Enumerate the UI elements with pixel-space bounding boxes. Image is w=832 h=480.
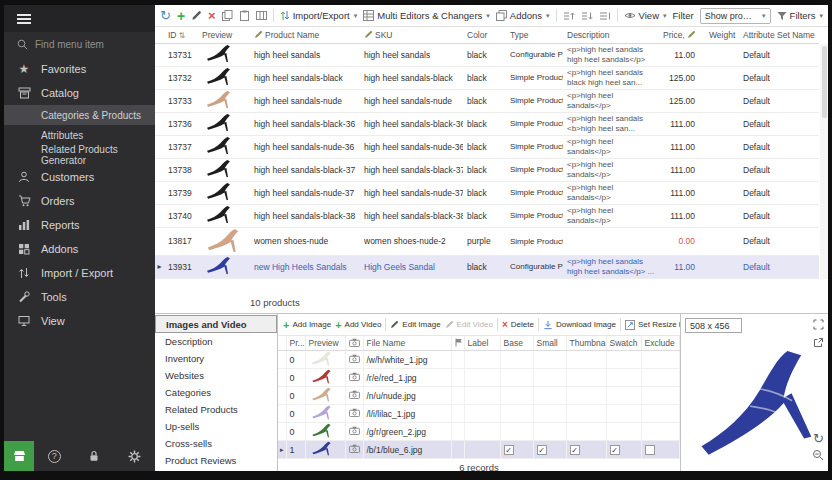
tab-description[interactable]: Description [155,333,277,350]
help-button[interactable]: ? [34,441,74,471]
swatch-checkbox[interactable]: ✓ [610,445,620,455]
sort-asc-icon[interactable] [563,11,575,21]
product-row-13733[interactable]: 13733high heel sandals-nudehigh heel san… [155,89,819,112]
image-row[interactable]: 0/n/u/nude.jpg [278,387,680,405]
add-product-icon[interactable]: + [177,9,185,23]
image-size-field[interactable]: 508 x 456 [685,318,742,333]
tab-websites[interactable]: Websites [155,367,277,384]
paste-icon[interactable] [239,10,250,21]
tab-categories[interactable]: Categories [155,384,277,401]
column-header-sku[interactable]: SKU [360,27,463,43]
image-row[interactable]: 0/g/r/green_2.jpg [278,423,680,441]
set-resize-rule-button[interactable]: Set Resize Rule [625,320,680,330]
add-video-button[interactable]: +Add Video [335,319,381,331]
image-row[interactable]: 0/r/e/red_1.jpg [278,369,680,387]
grid-scrollbar[interactable] [820,44,828,279]
column-header-type[interactable]: Type [506,27,563,43]
image-row[interactable]: ▸1/b/1/blue_6.jpg✓✓✓✓ [278,441,680,459]
lock-button[interactable] [74,441,114,471]
tab-images-and-video[interactable]: Images and Video [155,315,277,333]
tab-related-products[interactable]: Related Products [155,401,277,418]
sidebar-item-orders[interactable]: Orders [4,189,155,213]
sidebar-item-customers[interactable]: Customers [4,165,155,189]
addons-icon [17,243,31,255]
menu-icon[interactable] [17,12,31,26]
delete-image-button[interactable]: ×Delete [502,319,534,330]
product-row-13738[interactable]: 13738high heel sandals-black-37high heel… [155,158,819,181]
column-header-color[interactable]: Color [463,27,506,43]
zoom-out-icon[interactable] [812,448,824,464]
sidebar-item-attributes[interactable]: Attributes [4,125,155,145]
expand-rows-icon[interactable] [599,11,611,21]
store-button[interactable] [4,441,34,471]
sidebar-item-catalog[interactable]: Catalog [4,81,155,105]
download-image-button[interactable]: Download Image [543,320,616,330]
view-menu[interactable]: View▾ [624,10,667,21]
product-row-13731[interactable]: 13731high heel sandalshigh heel sandalsb… [155,43,819,66]
column-header-price[interactable]: Price, [659,27,705,43]
import-export-menu[interactable]: Import/Export▾ [280,10,358,21]
base-checkbox[interactable]: ✓ [504,445,514,455]
thumbnail-checkbox[interactable]: ✓ [570,445,580,455]
delete-product-icon[interactable]: × [208,9,216,22]
product-row-13736[interactable]: 13736high heel sandals-black-36high heel… [155,112,819,135]
columns-icon[interactable] [256,10,267,21]
column-file-name[interactable]: File Name [363,336,451,351]
sidebar-item-favorites[interactable]: ★ Favorites [4,57,155,81]
settings-button[interactable] [115,441,155,471]
menu-search-input[interactable] [35,39,142,50]
column-header-preview[interactable]: Preview [198,27,250,43]
tab-product-reviews[interactable]: Product Reviews [155,452,277,469]
tab-cross-sells[interactable]: Cross-sells [155,435,277,452]
fullscreen-icon[interactable] [813,317,824,333]
image-row[interactable]: 0/w/h/white_1.jpg [278,351,680,369]
sidebar-item-tools[interactable]: Tools [4,285,155,309]
sidebar-item-reports[interactable]: Reports [4,213,155,237]
product-row-13931[interactable]: ▸13931new High Heels SandalsHigh Geels S… [155,255,819,278]
edit-product-icon[interactable] [191,10,202,21]
column-header-id[interactable]: ID⇅ [164,27,198,43]
sidebar-item-categories-and-products[interactable]: Categories & Products [4,105,155,125]
category-filter-select[interactable]: Show products from selected categories ▾ [700,8,771,24]
sidebar-item-addons[interactable]: Addons [4,237,155,261]
sidebar-item-view[interactable]: View [4,309,155,333]
small-checkbox[interactable]: ✓ [537,445,547,455]
open-in-new-icon[interactable] [813,335,824,351]
product-row-13817[interactable]: 13817women shoes-nudewomen shoes-nude-2p… [155,227,819,255]
edit-image-button[interactable]: Edit Image [390,320,440,329]
column-position[interactable]: Pr... [286,336,305,351]
column-swatch[interactable]: Swatch [606,336,641,351]
sidebar-item-import-export[interactable]: Import / Export [4,261,155,285]
tab-up-sells[interactable]: Up-sells [155,418,277,435]
filters-button[interactable]: Filters▾ [777,10,823,21]
add-image-button[interactable]: +Add Image [283,319,331,331]
column-thumbnail[interactable]: Thumbna [566,336,606,351]
sidebar-item-related-products-generator[interactable]: Related Products Generator [4,145,155,165]
column-preview[interactable]: Preview [305,336,345,351]
product-price-cell: 111.00 [659,158,705,181]
sort-desc-icon[interactable] [581,11,593,21]
row-expand-cell [155,112,164,135]
column-header-product-name[interactable]: Product Name [250,27,360,43]
product-row-13739[interactable]: 13739high heel sandals-nude-37high heel … [155,181,819,204]
product-row-13732[interactable]: 13732high heel sandals-blackhigh heel sa… [155,66,819,89]
product-row-13740[interactable]: 13740high heel sandals-black-38high heel… [155,204,819,227]
column-base[interactable]: Base [500,336,533,351]
product-row-13737[interactable]: 13737high heel sandals-nude-36high heel … [155,135,819,158]
column-small[interactable]: Small [533,336,566,351]
tab-inventory[interactable]: Inventory [155,350,277,367]
column-camera[interactable] [345,336,363,351]
multi-editors-menu[interactable]: Multi Editors & Changers▾ [363,10,490,21]
copy-icon[interactable] [222,10,233,21]
column-flag[interactable] [451,336,464,351]
column-header-attribute-set[interactable]: Attribute Set Name [739,27,819,43]
column-header-weight[interactable]: Weight [705,27,739,43]
addons-menu[interactable]: Addons▾ [496,10,550,21]
refresh-icon[interactable]: ↻ [160,9,171,22]
column-header-description[interactable]: Description [563,27,659,43]
column-label[interactable]: Label [464,336,500,351]
exclude-checkbox[interactable] [645,445,655,455]
column-exclude[interactable]: Exclude [641,336,680,351]
rotate-icon[interactable]: ↻ [813,432,824,445]
image-row[interactable]: 0/l/i/lilac_1.jpg [278,405,680,423]
